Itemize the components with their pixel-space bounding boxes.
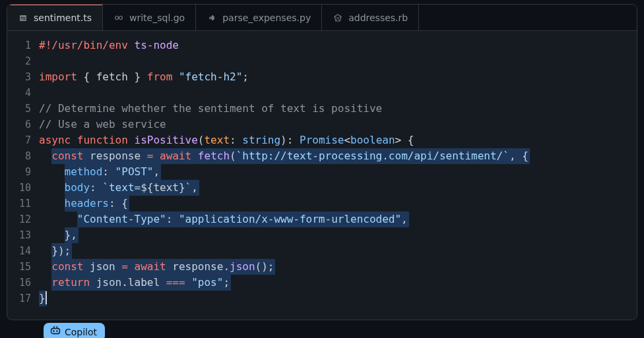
code-token: ; xyxy=(242,70,249,83)
svg-point-2 xyxy=(115,16,119,19)
svg-text:TS: TS xyxy=(20,16,26,20)
code-token: // Determine whether the sentiment of te… xyxy=(39,102,382,115)
svg-point-4 xyxy=(210,17,212,18)
code-token xyxy=(39,276,51,289)
line-number: 2 xyxy=(7,53,31,69)
code-token: string xyxy=(242,134,280,146)
line-number: 10 xyxy=(7,180,31,196)
code-token xyxy=(39,150,51,162)
code-line: } xyxy=(39,291,637,306)
code-token: json xyxy=(230,260,255,273)
line-number: 9 xyxy=(7,164,31,180)
code-token: }, xyxy=(39,229,77,241)
code-line: headers: { xyxy=(39,196,637,211)
line-number: 3 xyxy=(7,69,31,85)
line-number: 13 xyxy=(7,227,31,243)
code-token xyxy=(128,134,135,146)
code-token: "fetch-h2" xyxy=(179,70,242,83)
code-line: }, xyxy=(39,227,637,243)
tab-bar: TSsentiment.tswrite_sql.goparse_expenses… xyxy=(7,5,637,31)
svg-rect-5 xyxy=(51,329,60,334)
code-line xyxy=(39,53,637,69)
code-token: , xyxy=(153,165,160,178)
code-token: } xyxy=(128,70,147,83)
svg-point-6 xyxy=(53,330,54,331)
line-number-gutter: 1234567891011121314151617 xyxy=(7,38,39,320)
code-token xyxy=(172,213,179,225)
code-token: import xyxy=(39,70,77,83)
line-number: 8 xyxy=(7,148,31,164)
copilot-icon xyxy=(50,325,61,338)
tab-parse_expenses-py[interactable]: parse_expenses.py xyxy=(196,5,322,30)
code-line: const response = await fetch(`http://tex… xyxy=(39,148,637,164)
code-token: json.label xyxy=(90,276,166,289)
code-token: } xyxy=(39,292,46,304)
code-token: : xyxy=(109,197,115,210)
code-token: : xyxy=(230,134,236,146)
code-token xyxy=(191,150,198,162)
rb-file-icon xyxy=(333,13,343,23)
code-token xyxy=(39,213,77,225)
code-token: "application/x-www-form-urlencoded" xyxy=(179,213,401,225)
code-line: // Use a web service xyxy=(39,117,637,132)
code-token xyxy=(128,39,135,51)
code-token: : xyxy=(90,181,96,194)
line-number: 17 xyxy=(7,291,31,306)
code-token: "POST" xyxy=(115,165,154,178)
code-token: < xyxy=(344,134,350,146)
code-token: #!/usr/bin/env xyxy=(39,39,128,51)
go-file-icon xyxy=(113,13,124,23)
code-token: , xyxy=(401,213,408,225)
copilot-label: Copilot xyxy=(65,327,97,337)
copilot-badge[interactable]: Copilot xyxy=(44,323,105,338)
line-number: 16 xyxy=(7,275,31,291)
code-token: "Content-Type" xyxy=(77,213,166,225)
code-line: return json.label === "pos"; xyxy=(39,275,637,291)
code-token xyxy=(185,276,192,289)
code-token: ( xyxy=(230,150,236,162)
line-number: 11 xyxy=(7,196,31,211)
tab-sentiment-ts[interactable]: TSsentiment.ts xyxy=(7,5,103,30)
code-token: `text= xyxy=(102,181,141,194)
code-token: response xyxy=(83,150,146,162)
line-number: 7 xyxy=(7,132,31,148)
code-token: text xyxy=(153,181,179,194)
line-number: 1 xyxy=(7,38,31,53)
code-token xyxy=(39,181,65,194)
code-line: #!/usr/bin/env ts-node xyxy=(39,38,637,53)
code-token: const xyxy=(51,150,83,162)
tab-write_sql-go[interactable]: write_sql.go xyxy=(103,5,196,30)
code-token: : xyxy=(102,165,109,178)
code-token: , { xyxy=(509,150,529,162)
code-token: fetch xyxy=(198,150,230,162)
code-token: : xyxy=(287,134,294,146)
code-token: from xyxy=(147,70,173,83)
code-token xyxy=(39,165,65,178)
code-content[interactable]: #!/usr/bin/env ts-nodeimport { fetch } f… xyxy=(39,38,637,320)
code-line xyxy=(39,85,637,101)
tab-label: write_sql.go xyxy=(129,13,185,23)
code-token xyxy=(71,134,77,146)
code-token: { xyxy=(115,197,128,210)
tab-label: parse_expenses.py xyxy=(222,13,311,23)
code-token: : xyxy=(166,213,173,225)
code-token: response. xyxy=(166,260,230,273)
code-line: }); xyxy=(39,243,637,259)
line-number: 4 xyxy=(7,85,31,101)
code-token: > xyxy=(395,134,402,146)
code-token xyxy=(109,165,115,178)
code-token: text xyxy=(204,134,230,146)
code-token xyxy=(293,134,300,146)
code-token: const xyxy=(51,260,83,273)
code-token: ` xyxy=(185,181,192,194)
text-cursor xyxy=(46,291,47,304)
line-number: 15 xyxy=(7,259,31,275)
tab-label: sentiment.ts xyxy=(34,13,92,23)
line-number: 6 xyxy=(7,117,31,132)
code-token: ts-node xyxy=(135,39,179,51)
code-token: { xyxy=(401,134,414,146)
code-token xyxy=(153,150,160,162)
code-token: "pos" xyxy=(191,276,223,289)
tab-addresses-rb[interactable]: addresses.rb xyxy=(322,5,419,30)
svg-point-3 xyxy=(119,16,123,19)
